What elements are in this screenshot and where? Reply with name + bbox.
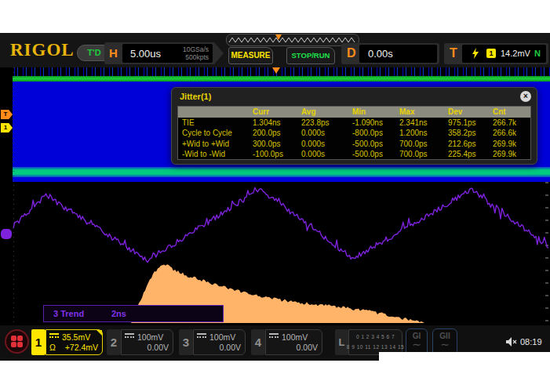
- trend-trace-tag: 3 Trend 2ns: [43, 305, 224, 322]
- jitter-row-label: -Wid to -Wid: [178, 149, 250, 159]
- trigger-source-badge: 1: [486, 49, 496, 58]
- jitter-value-cell: 0.000s: [299, 139, 350, 149]
- channel1-tile[interactable]: 1: [31, 329, 46, 355]
- channel3-info-box[interactable]: 100mV 0.00V: [193, 329, 246, 355]
- trigger-level-value: 14.2mV: [501, 49, 530, 58]
- oscilloscope-screen: RIGOL T'D H 5.00us 10GSa/s 500kpts ME: [0, 33, 550, 359]
- popup-title: Jitter(1): [180, 92, 211, 101]
- trigger-settings-block[interactable]: T 1 14.2mV N: [444, 43, 548, 64]
- h-values: 5.00us 10GSa/s 500kpts: [122, 44, 213, 63]
- rigol-logo: RIGOL: [10, 40, 75, 60]
- memory-depth: 500kpts: [185, 53, 209, 61]
- channel2-offset: 0.00V: [148, 343, 169, 352]
- horizontal-settings-block[interactable]: H 5.00us 10GSa/s 500kpts: [104, 42, 224, 64]
- dc-coupling-icon: [197, 333, 206, 340]
- jitter-value-cell: 2.341ns: [397, 118, 446, 128]
- jitter-col-header: Avg: [299, 107, 350, 118]
- waveform-display-area: T 1 3 Trend 2ns Jitter(1) × CurrAvgMinMa…: [0, 67, 550, 324]
- jitter-value-cell: 269.9k: [490, 139, 530, 149]
- digital-row-0-7: 0 1 2 3 4 5 6 7: [356, 334, 395, 340]
- channel2-scale: 100mV: [137, 332, 163, 342]
- dc-coupling-icon: [269, 333, 279, 340]
- jitter-value-cell: 0.000s: [299, 149, 350, 159]
- digital-row-8-15: 8 9 10 11 12 13 14 15: [347, 344, 404, 350]
- jitter-value-cell: 212.6ps: [446, 139, 490, 149]
- preview-zigzag-icon: [227, 34, 357, 44]
- trend-source-label: 3 Trend: [53, 306, 84, 321]
- channel4-tile[interactable]: 4: [251, 329, 265, 355]
- waveform-preview-strip[interactable]: [226, 34, 359, 46]
- sample-rate: 10GSa/s: [183, 45, 209, 53]
- channel2-info-box[interactable]: 100mV 0.00V: [121, 329, 173, 355]
- jitter-results-popup: Jitter(1) × CurrAvgMinMaxDevCntTIE1.304n…: [171, 87, 537, 165]
- channel2-tile[interactable]: 2: [107, 329, 121, 355]
- sine-wave-icon: ∼: [406, 340, 427, 348]
- stop-run-button[interactable]: STOP/RUN: [286, 47, 335, 64]
- jitter-value-cell: 700.0ps: [397, 139, 446, 149]
- jitter-value-cell: 358.2ps: [446, 128, 490, 138]
- menu-button[interactable]: [5, 329, 29, 354]
- t-values: 1 14.2mV N: [462, 45, 546, 63]
- grid-icon: [11, 336, 23, 347]
- channel4-info-box[interactable]: 100mV 0.00V: [265, 329, 322, 355]
- jitter-col-header: Max: [397, 107, 446, 118]
- jitter-value-cell: -500.0ps: [350, 149, 397, 159]
- channel1-info-box[interactable]: 35.5mV Ω +72.4mV: [46, 329, 103, 355]
- channel4-offset: 0.00V: [297, 343, 318, 352]
- timebase-value: 5.00us: [130, 48, 161, 60]
- t-label: T: [450, 46, 457, 60]
- jitter-col-header: Cnt: [490, 107, 530, 118]
- h-label: H: [109, 46, 118, 60]
- jitter-row-label: TIE: [178, 118, 250, 128]
- image-crop-notch: [379, 352, 550, 392]
- channel3-scale: 100mV: [209, 332, 235, 342]
- jitter-value-cell: 269.9k: [490, 149, 530, 159]
- speaker-muted-icon: [506, 337, 518, 347]
- jitter-value-cell: -1.090ns: [350, 118, 397, 128]
- clock: 08:19: [520, 337, 542, 347]
- jitter-row-label: Cycle to Cycle: [178, 128, 250, 138]
- screenshot-root: RIGOL T'D H 5.00us 10GSa/s 500kpts ME: [0, 0, 550, 392]
- trigger-mode: N: [534, 49, 541, 58]
- top-status-bar: RIGOL T'D H 5.00us 10GSa/s 500kpts ME: [0, 33, 550, 68]
- jitter-value-cell: -800.0ps: [350, 128, 397, 138]
- channel1-scale: 35.5mV: [62, 332, 90, 342]
- channel1-offset: +72.4mV: [65, 343, 98, 352]
- jitter-table: CurrAvgMinMaxDevCntTIE1.304ns223.8ps-1.0…: [177, 106, 531, 160]
- jitter-value-cell: 266.6k: [490, 128, 530, 138]
- jitter-value-cell: 975.1ps: [446, 118, 490, 128]
- jitter-trend-waveform: [13, 187, 548, 262]
- dc-coupling-icon: [49, 333, 59, 340]
- trigger-slope-icon: [472, 48, 479, 59]
- dc-coupling-icon: [125, 333, 134, 340]
- jitter-value-cell: -500.0ps: [350, 139, 397, 149]
- delay-settings-block[interactable]: D 0.00s: [341, 43, 439, 64]
- jitter-col-header: [178, 107, 250, 118]
- delay-value: 0.00s: [368, 48, 393, 60]
- trend-trace-marker[interactable]: [1, 229, 12, 239]
- sine-wave-icon: ∼: [433, 340, 457, 348]
- jitter-value-cell: 266.7k: [490, 118, 530, 128]
- jitter-col-header: Curr: [250, 107, 299, 118]
- close-icon[interactable]: ×: [520, 91, 531, 102]
- jitter-value-cell: 223.8ps: [299, 118, 350, 128]
- jitter-value-cell: 1.304ns: [250, 118, 299, 128]
- jitter-value-cell: 225.4ps: [446, 149, 490, 159]
- channel1-impedance: Ω: [49, 343, 56, 352]
- jitter-col-header: Min: [350, 107, 397, 118]
- channel4-scale: 100mV: [282, 332, 308, 342]
- logic-analyzer-tile[interactable]: L: [335, 329, 348, 355]
- trigger-position-marker[interactable]: [272, 67, 280, 74]
- measure-button[interactable]: MEASURE: [228, 47, 273, 64]
- jitter-value-cell: -100.0ps: [250, 149, 299, 159]
- channel3-tile[interactable]: 3: [179, 329, 193, 355]
- preview-trigger-marker[interactable]: [275, 34, 282, 40]
- jitter-value-cell: 1.200ns: [397, 128, 446, 138]
- jitter-value-cell: 300.0ps: [250, 139, 299, 149]
- d-label: D: [347, 46, 356, 60]
- trend-scale-label: 2ns: [111, 306, 126, 321]
- jitter-value-cell: 700.0ps: [397, 149, 446, 159]
- jitter-row-label: +Wid to +Wid: [178, 139, 250, 149]
- jitter-value-cell: 0.000s: [299, 128, 350, 138]
- jitter-col-header: Dev: [446, 107, 490, 118]
